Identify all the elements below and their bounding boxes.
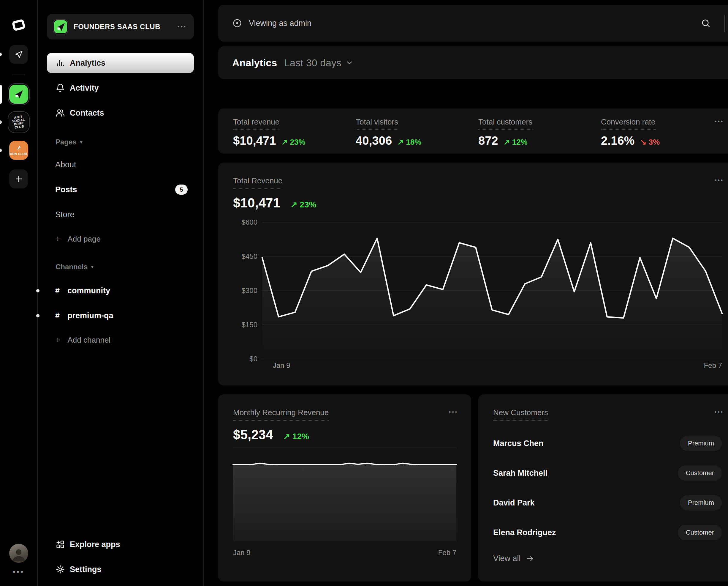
y-axis-tick-label: $600 (242, 218, 257, 226)
mrr-card-delta: ↗ 12% (283, 432, 309, 441)
page-label: Posts (55, 185, 77, 194)
avatar[interactable] (9, 544, 28, 563)
page-title: Analytics (232, 57, 277, 69)
customer-row[interactable]: Sarah MitchellCustomer (493, 458, 722, 488)
active-community-indicator (0, 85, 2, 104)
sidebar-channel-premium-qa[interactable]: #premium-qa (47, 306, 194, 326)
stat-label: Total revenue (233, 117, 279, 130)
sidebar-item-explore-apps[interactable]: Explore apps (47, 534, 194, 555)
viewing-as-admin-label: Viewing as admin (249, 19, 311, 28)
brand-arrow-icon (9, 85, 28, 104)
revenue-chart-yaxis: $0$150$300$450$600 (233, 222, 262, 359)
mrr-card: ••• Monthly Recurring Revenue $5,234 ↗ 1… (218, 394, 471, 582)
mrr-chart-plot[interactable] (233, 461, 456, 541)
mrr-menu-ellipsis[interactable]: ••• (449, 409, 458, 415)
rail-community-send[interactable] (9, 45, 28, 64)
sidebar-item-label: Activity (70, 83, 99, 93)
hash-icon: # (55, 311, 60, 320)
date-range-value: Last 30 days (284, 57, 341, 69)
channels-section-header[interactable]: Channels ▾ (47, 258, 194, 276)
customer-name: Elena Rodriguez (493, 528, 556, 537)
grid-plus-icon (55, 539, 66, 550)
pages-section-header[interactable]: Pages ▾ (47, 133, 194, 151)
unread-dot (0, 120, 2, 124)
plus-icon (14, 174, 23, 184)
community-switcher[interactable]: FOUNDERS SAAS CLUB ••• (47, 14, 194, 40)
mrr-chart-xaxis: Jan 9 Feb 7 (233, 548, 456, 557)
y-axis-tick-label: $300 (242, 287, 257, 295)
mrr-card-title: Monthly Recurring Revenue (233, 408, 329, 421)
community-menu-ellipsis[interactable]: ••• (178, 24, 187, 30)
unread-dot (0, 149, 2, 152)
add-channel-label: Add channel (68, 336, 111, 345)
revenue-card-value: $10,471 (233, 196, 280, 211)
workspace-logo-icon[interactable] (9, 16, 28, 34)
customer-row[interactable]: Marcus ChenPremium (493, 429, 722, 458)
channels-list: #community#premium-qa (47, 276, 194, 326)
customers-menu-ellipsis[interactable]: ••• (714, 409, 724, 415)
rail-community-run-club[interactable]: RUN CLUB (9, 141, 28, 160)
revenue-chart: $0$150$300$450$600 (233, 222, 722, 359)
sidebar-main-menu: AnalyticsActivityContacts (47, 40, 194, 123)
arrow-right-icon (526, 555, 535, 563)
customer-row[interactable]: David ParkPremium (493, 488, 722, 518)
revenue-chart-plot[interactable] (262, 222, 722, 359)
eye-icon (232, 18, 242, 28)
plus-icon: + (55, 234, 60, 244)
gear-icon (55, 564, 66, 575)
sidebar-page-posts[interactable]: Posts5 (47, 179, 194, 200)
revenue-card-delta: ↗ 23% (290, 200, 316, 210)
sidebar-page-store[interactable]: Store (47, 204, 194, 225)
rail-more-menu[interactable]: ••• (13, 569, 24, 575)
stat-total-visitors: Total visitors40,306↗ 18% (356, 117, 478, 154)
revenue-card-title: Total Revenue (233, 176, 282, 189)
add-channel-button[interactable]: + Add channel (47, 330, 194, 350)
unread-dot (36, 289, 40, 292)
revenue-menu-ellipsis[interactable]: ••• (714, 177, 724, 184)
sidebar-item-activity[interactable]: Activity (47, 78, 194, 98)
stat-delta: ↗ 18% (397, 138, 421, 147)
stat-value: 872 (478, 134, 498, 147)
y-axis-tick-label: $150 (242, 321, 257, 329)
stat-delta: ↗ 12% (503, 138, 527, 147)
customer-name: Sarah Mitchell (493, 469, 547, 478)
sidebar-item-analytics[interactable]: Analytics (47, 53, 194, 73)
stats-summary-card: ••• Total revenue$10,471↗ 23%Total visit… (218, 108, 728, 154)
search-icon[interactable] (701, 18, 711, 28)
post-count-badge: 5 (175, 185, 188, 195)
stat-delta: ↘ 3% (640, 138, 660, 147)
workspace-rail: ANTISOCIALDRIFTCLUB RUN CLUB ••• (0, 0, 37, 586)
customer-name: David Park (493, 498, 535, 508)
customers-card-title: New Customers (493, 408, 548, 421)
view-all-link[interactable]: View all (493, 554, 722, 563)
add-community-button[interactable] (9, 169, 28, 188)
rail-community-anti-social-drift-club[interactable]: ANTISOCIALDRIFTCLUB (9, 113, 28, 132)
stat-value: 2.16% (601, 134, 634, 147)
page-header: Analytics Last 30 days (218, 46, 728, 79)
pages-section-label: Pages (55, 138, 77, 146)
sidebar-item-settings[interactable]: Settings (47, 559, 194, 580)
sidebar-item-label: Analytics (70, 58, 105, 68)
stat-label: Conversion rate (601, 117, 655, 130)
stat-value: 40,306 (356, 134, 392, 147)
x-axis-start-label: Jan 9 (262, 361, 290, 370)
rail-community-founders-saas-club[interactable] (9, 85, 28, 104)
date-range-select[interactable]: Last 30 days (284, 57, 353, 69)
add-page-button[interactable]: + Add page (47, 229, 194, 249)
sidebar-page-about[interactable]: About (47, 154, 194, 175)
sidebar-item-contacts[interactable]: Contacts (47, 103, 194, 123)
customer-row[interactable]: Elena RodriguezCustomer (493, 518, 722, 547)
hash-icon: # (55, 286, 60, 295)
main-content: Viewing as admin Analytics Last 30 days … (204, 0, 728, 586)
y-axis-tick-label: $0 (250, 355, 257, 363)
sidebar-channel-community[interactable]: #community (47, 280, 194, 301)
stat-label: Total visitors (356, 117, 398, 130)
stat-label: Total customers (478, 117, 532, 130)
stat-total-customers: Total customers872↗ 12% (478, 117, 601, 154)
sidebar-item-label: Contacts (70, 108, 104, 118)
stat-value: $10,471 (233, 134, 276, 147)
page-label: About (55, 160, 76, 169)
pages-list: AboutPosts5Store (47, 151, 194, 225)
stats-menu-ellipsis[interactable]: ••• (714, 119, 724, 125)
stat-delta: ↗ 23% (282, 138, 306, 147)
